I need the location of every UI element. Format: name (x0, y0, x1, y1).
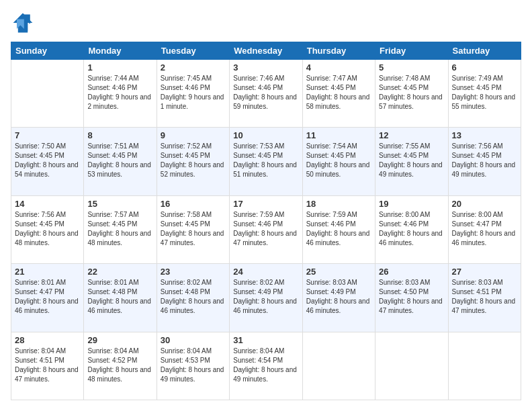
calendar-cell: 2Sunrise: 7:45 AMSunset: 4:46 PMDaylight… (157, 60, 229, 128)
cell-info: Sunrise: 7:54 AMSunset: 4:45 PMDaylight:… (306, 142, 371, 179)
calendar-week-3: 14Sunrise: 7:56 AMSunset: 4:45 PMDayligh… (11, 195, 521, 263)
weekday-header-sunday: Sunday (11, 42, 84, 60)
weekday-header-row: SundayMondayTuesdayWednesdayThursdayFrid… (11, 42, 521, 60)
calendar-cell: 10Sunrise: 7:53 AMSunset: 4:45 PMDayligh… (230, 128, 302, 195)
cell-info: Sunrise: 8:03 AMSunset: 4:49 PMDaylight:… (306, 278, 371, 316)
cell-info: Sunrise: 8:01 AMSunset: 4:48 PMDaylight:… (87, 278, 152, 316)
cell-info: Sunrise: 8:03 AMSunset: 4:51 PMDaylight:… (452, 278, 517, 316)
calendar-cell: 18Sunrise: 7:59 AMSunset: 4:46 PMDayligh… (302, 195, 375, 263)
cell-info: Sunrise: 7:45 AMSunset: 4:46 PMDaylight:… (161, 74, 226, 111)
day-number: 5 (379, 62, 444, 73)
day-number: 8 (87, 130, 152, 140)
weekday-header-wednesday: Wednesday (230, 42, 302, 60)
calendar-week-1: 1Sunrise: 7:44 AMSunset: 4:46 PMDaylight… (11, 60, 521, 128)
calendar-cell: 22Sunrise: 8:01 AMSunset: 4:48 PMDayligh… (84, 264, 157, 332)
cell-info: Sunrise: 8:03 AMSunset: 4:50 PMDaylight:… (379, 278, 444, 316)
calendar-cell: 17Sunrise: 7:59 AMSunset: 4:46 PMDayligh… (230, 195, 302, 263)
calendar-week-5: 28Sunrise: 8:04 AMSunset: 4:51 PMDayligh… (11, 332, 521, 400)
day-number: 26 (379, 267, 444, 277)
calendar-cell: 1Sunrise: 7:44 AMSunset: 4:46 PMDaylight… (84, 60, 157, 128)
day-number: 25 (306, 267, 371, 277)
day-number: 15 (87, 199, 152, 209)
calendar-cell: 20Sunrise: 8:00 AMSunset: 4:47 PMDayligh… (448, 195, 521, 263)
day-number: 2 (161, 62, 226, 73)
day-number: 10 (233, 130, 298, 140)
calendar-cell (448, 332, 521, 400)
day-number: 27 (452, 267, 517, 277)
calendar-cell: 25Sunrise: 8:03 AMSunset: 4:49 PMDayligh… (302, 264, 375, 332)
calendar-cell: 9Sunrise: 7:52 AMSunset: 4:45 PMDaylight… (157, 128, 229, 195)
calendar-week-2: 7Sunrise: 7:50 AMSunset: 4:45 PMDaylight… (11, 128, 521, 195)
calendar-cell: 29Sunrise: 8:04 AMSunset: 4:52 PMDayligh… (84, 332, 157, 400)
cell-info: Sunrise: 7:49 AMSunset: 4:45 PMDaylight:… (452, 74, 517, 111)
calendar-cell: 11Sunrise: 7:54 AMSunset: 4:45 PMDayligh… (302, 128, 375, 195)
cell-info: Sunrise: 8:02 AMSunset: 4:49 PMDaylight:… (233, 278, 298, 316)
cell-info: Sunrise: 8:00 AMSunset: 4:46 PMDaylight:… (379, 210, 444, 248)
calendar-cell: 27Sunrise: 8:03 AMSunset: 4:51 PMDayligh… (448, 264, 521, 332)
calendar-cell: 31Sunrise: 8:04 AMSunset: 4:54 PMDayligh… (230, 332, 302, 400)
cell-info: Sunrise: 7:59 AMSunset: 4:46 PMDaylight:… (306, 210, 371, 248)
calendar-cell: 7Sunrise: 7:50 AMSunset: 4:45 PMDaylight… (11, 128, 84, 195)
calendar-cell: 15Sunrise: 7:57 AMSunset: 4:45 PMDayligh… (84, 195, 157, 263)
day-number: 16 (161, 199, 226, 209)
day-number: 20 (452, 199, 517, 209)
day-number: 4 (306, 62, 371, 73)
calendar-week-4: 21Sunrise: 8:01 AMSunset: 4:47 PMDayligh… (11, 264, 521, 332)
cell-info: Sunrise: 7:56 AMSunset: 4:45 PMDaylight:… (452, 142, 517, 179)
weekday-header-monday: Monday (84, 42, 157, 60)
day-number: 12 (379, 130, 444, 140)
cell-info: Sunrise: 7:59 AMSunset: 4:46 PMDaylight:… (233, 210, 298, 248)
calendar-cell: 14Sunrise: 7:56 AMSunset: 4:45 PMDayligh… (11, 195, 84, 263)
calendar-cell: 6Sunrise: 7:49 AMSunset: 4:45 PMDaylight… (448, 60, 521, 128)
day-number: 23 (161, 267, 226, 277)
logo-icon (11, 11, 35, 35)
day-number: 9 (161, 130, 226, 140)
calendar-cell: 16Sunrise: 7:58 AMSunset: 4:45 PMDayligh… (157, 195, 229, 263)
day-number: 28 (15, 335, 80, 345)
cell-info: Sunrise: 7:50 AMSunset: 4:45 PMDaylight:… (15, 142, 80, 179)
cell-info: Sunrise: 7:53 AMSunset: 4:45 PMDaylight:… (233, 142, 298, 179)
calendar-cell: 12Sunrise: 7:55 AMSunset: 4:45 PMDayligh… (375, 128, 448, 195)
day-number: 14 (15, 199, 80, 209)
cell-info: Sunrise: 8:01 AMSunset: 4:47 PMDaylight:… (15, 278, 80, 316)
cell-info: Sunrise: 7:47 AMSunset: 4:45 PMDaylight:… (306, 74, 371, 111)
weekday-header-friday: Friday (375, 42, 448, 60)
weekday-header-thursday: Thursday (302, 42, 375, 60)
calendar-cell (11, 60, 84, 128)
cell-info: Sunrise: 8:04 AMSunset: 4:51 PMDaylight:… (15, 347, 80, 384)
cell-info: Sunrise: 7:52 AMSunset: 4:45 PMDaylight:… (161, 142, 226, 179)
cell-info: Sunrise: 7:55 AMSunset: 4:45 PMDaylight:… (379, 142, 444, 179)
cell-info: Sunrise: 8:00 AMSunset: 4:47 PMDaylight:… (452, 210, 517, 248)
calendar-cell: 23Sunrise: 8:02 AMSunset: 4:48 PMDayligh… (157, 264, 229, 332)
day-number: 3 (233, 62, 298, 73)
day-number: 1 (87, 62, 152, 73)
cell-info: Sunrise: 8:04 AMSunset: 4:52 PMDaylight:… (87, 347, 152, 384)
calendar-cell: 8Sunrise: 7:51 AMSunset: 4:45 PMDaylight… (84, 128, 157, 195)
cell-info: Sunrise: 7:56 AMSunset: 4:45 PMDaylight:… (15, 210, 80, 248)
cell-info: Sunrise: 7:58 AMSunset: 4:45 PMDaylight:… (161, 210, 226, 248)
cell-info: Sunrise: 7:44 AMSunset: 4:46 PMDaylight:… (87, 74, 152, 111)
day-number: 24 (233, 267, 298, 277)
calendar-cell: 19Sunrise: 8:00 AMSunset: 4:46 PMDayligh… (375, 195, 448, 263)
cell-info: Sunrise: 7:51 AMSunset: 4:45 PMDaylight:… (87, 142, 152, 179)
day-number: 29 (87, 335, 152, 345)
day-number: 6 (452, 62, 517, 73)
day-number: 7 (15, 130, 80, 140)
cell-info: Sunrise: 7:57 AMSunset: 4:45 PMDaylight:… (87, 210, 152, 248)
calendar-cell: 21Sunrise: 8:01 AMSunset: 4:47 PMDayligh… (11, 264, 84, 332)
calendar-cell: 4Sunrise: 7:47 AMSunset: 4:45 PMDaylight… (302, 60, 375, 128)
logo (11, 11, 38, 35)
cell-info: Sunrise: 8:02 AMSunset: 4:48 PMDaylight:… (161, 278, 226, 316)
header (11, 11, 521, 35)
calendar-cell: 28Sunrise: 8:04 AMSunset: 4:51 PMDayligh… (11, 332, 84, 400)
cell-info: Sunrise: 8:04 AMSunset: 4:53 PMDaylight:… (161, 347, 226, 384)
calendar-cell (302, 332, 375, 400)
calendar-cell: 5Sunrise: 7:48 AMSunset: 4:45 PMDaylight… (375, 60, 448, 128)
day-number: 18 (306, 199, 371, 209)
page: SundayMondayTuesdayWednesdayThursdayFrid… (0, 0, 532, 411)
weekday-header-tuesday: Tuesday (157, 42, 229, 60)
day-number: 11 (306, 130, 371, 140)
day-number: 21 (15, 267, 80, 277)
calendar-cell: 24Sunrise: 8:02 AMSunset: 4:49 PMDayligh… (230, 264, 302, 332)
calendar-cell: 30Sunrise: 8:04 AMSunset: 4:53 PMDayligh… (157, 332, 229, 400)
